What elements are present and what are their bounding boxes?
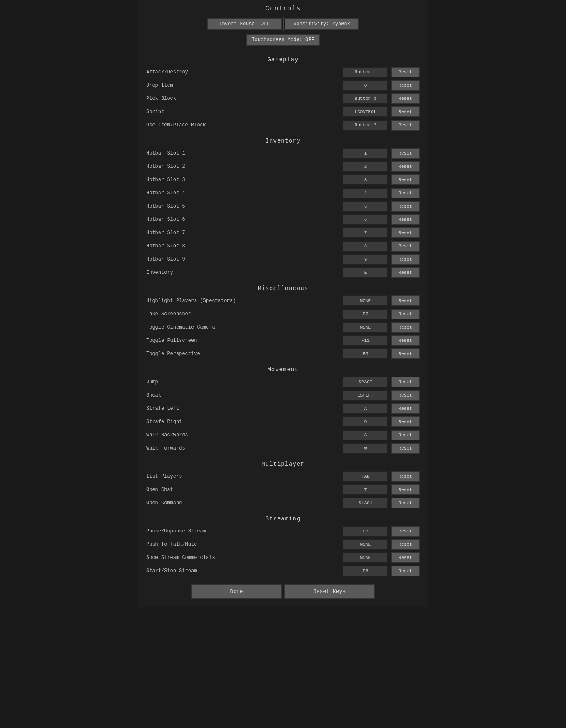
key-binding-button[interactable]: LSHIFT bbox=[343, 390, 388, 401]
reset-binding-button[interactable]: Reset bbox=[391, 416, 420, 427]
reset-binding-button[interactable]: Reset bbox=[391, 120, 420, 131]
key-binding-button[interactable]: A bbox=[343, 403, 388, 414]
bottom-bar: Done Reset Keys bbox=[138, 581, 428, 599]
reset-binding-button[interactable]: Reset bbox=[391, 526, 420, 537]
reset-binding-button[interactable]: Reset bbox=[391, 80, 420, 91]
key-binding-button[interactable]: 3 bbox=[343, 174, 388, 185]
section-header-streaming: Streaming bbox=[146, 510, 420, 525]
reset-binding-button[interactable]: Reset bbox=[391, 471, 420, 482]
binding-label: List Players bbox=[146, 474, 340, 479]
binding-label: Sneak bbox=[146, 392, 340, 398]
binding-label: Show Stream Commercials bbox=[146, 555, 340, 561]
key-binding-button[interactable]: SLASH bbox=[343, 498, 388, 508]
key-binding-button[interactable]: 1 bbox=[343, 148, 388, 159]
key-binding-button[interactable]: F6 bbox=[343, 566, 388, 576]
reset-binding-button[interactable]: Reset bbox=[391, 552, 420, 563]
binding-label: Strafe Right bbox=[146, 419, 340, 425]
reset-binding-button[interactable]: Reset bbox=[391, 93, 420, 104]
key-binding-button[interactable]: Button 1 bbox=[343, 67, 388, 77]
done-button[interactable]: Done bbox=[191, 584, 282, 599]
touchscreen-button[interactable]: Touchscreen Mode: OFF bbox=[246, 34, 320, 46]
key-binding-button[interactable]: TAB bbox=[343, 471, 388, 482]
reset-binding-button[interactable]: Reset bbox=[391, 539, 420, 550]
binding-row: Pause/Unpause StreamF7Reset bbox=[146, 525, 420, 538]
binding-label: Use Item/Place Block bbox=[146, 122, 340, 128]
key-binding-button[interactable]: NONE bbox=[343, 539, 388, 550]
key-binding-button[interactable]: NONE bbox=[343, 322, 388, 333]
binding-label: Hotbar Slot 9 bbox=[146, 256, 340, 262]
reset-binding-button[interactable]: Reset bbox=[391, 443, 420, 454]
key-binding-button[interactable]: 4 bbox=[343, 188, 388, 198]
key-binding-button[interactable]: W bbox=[343, 443, 388, 454]
key-binding-button[interactable]: 2 bbox=[343, 161, 388, 172]
reset-binding-button[interactable]: Reset bbox=[391, 430, 420, 440]
binding-label: Hotbar Slot 1 bbox=[146, 150, 340, 156]
binding-row: Hotbar Slot 55Reset bbox=[146, 200, 420, 213]
binding-label: Walk Forwards bbox=[146, 445, 340, 451]
reset-binding-button[interactable]: Reset bbox=[391, 295, 420, 306]
section-header-movement: Movement bbox=[146, 360, 420, 375]
key-binding-button[interactable]: Button 3 bbox=[343, 93, 388, 104]
key-binding-button[interactable]: F11 bbox=[343, 335, 388, 346]
key-binding-button[interactable]: F7 bbox=[343, 526, 388, 537]
key-binding-button[interactable]: F2 bbox=[343, 309, 388, 319]
key-binding-button[interactable]: 5 bbox=[343, 201, 388, 212]
reset-binding-button[interactable]: Reset bbox=[391, 484, 420, 495]
binding-label: Attack/Destroy bbox=[146, 69, 340, 75]
separator bbox=[283, 17, 284, 31]
key-binding-button[interactable]: 9 bbox=[343, 254, 388, 265]
key-binding-button[interactable]: 6 bbox=[343, 214, 388, 225]
controls-panel: Controls Invert Mouse: OFF Sensitivity: … bbox=[138, 0, 428, 607]
binding-row: Attack/DestroyButton 1Reset bbox=[146, 65, 420, 79]
key-binding-button[interactable]: F5 bbox=[343, 348, 388, 359]
binding-label: Hotbar Slot 3 bbox=[146, 177, 340, 183]
reset-binding-button[interactable]: Reset bbox=[391, 227, 420, 238]
binding-row: Hotbar Slot 99Reset bbox=[146, 253, 420, 266]
reset-binding-button[interactable]: Reset bbox=[391, 377, 420, 387]
reset-binding-button[interactable]: Reset bbox=[391, 161, 420, 172]
reset-binding-button[interactable]: Reset bbox=[391, 148, 420, 159]
key-binding-button[interactable]: Button 2 bbox=[343, 120, 388, 131]
binding-row: Hotbar Slot 33Reset bbox=[146, 173, 420, 186]
key-binding-button[interactable]: D bbox=[343, 416, 388, 427]
binding-label: Strafe Left bbox=[146, 406, 340, 411]
key-binding-button[interactable]: 8 bbox=[343, 241, 388, 252]
reset-binding-button[interactable]: Reset bbox=[391, 335, 420, 346]
invert-mouse-button[interactable]: Invert Mouse: OFF bbox=[207, 18, 282, 30]
binding-row: SneakLSHIFTReset bbox=[146, 389, 420, 402]
binding-row: Highlight Players (Spectators)NONEReset bbox=[146, 294, 420, 307]
key-binding-button[interactable]: NONE bbox=[343, 552, 388, 563]
reset-binding-button[interactable]: Reset bbox=[391, 214, 420, 225]
reset-keys-button[interactable]: Reset Keys bbox=[284, 584, 375, 599]
sensitivity-button[interactable]: Sensitivity: ×yawn× bbox=[285, 18, 359, 30]
binding-row: Show Stream CommercialsNONEReset bbox=[146, 551, 420, 564]
reset-binding-button[interactable]: Reset bbox=[391, 403, 420, 414]
key-binding-button[interactable]: SPACE bbox=[343, 377, 388, 387]
reset-binding-button[interactable]: Reset bbox=[391, 67, 420, 77]
reset-binding-button[interactable]: Reset bbox=[391, 174, 420, 185]
reset-binding-button[interactable]: Reset bbox=[391, 254, 420, 265]
reset-binding-button[interactable]: Reset bbox=[391, 348, 420, 359]
reset-binding-button[interactable]: Reset bbox=[391, 241, 420, 252]
key-binding-button[interactable]: 7 bbox=[343, 227, 388, 238]
binding-label: Hotbar Slot 6 bbox=[146, 217, 340, 223]
key-binding-button[interactable]: S bbox=[343, 430, 388, 440]
key-binding-button[interactable]: NONE bbox=[343, 295, 388, 306]
reset-binding-button[interactable]: Reset bbox=[391, 498, 420, 508]
reset-binding-button[interactable]: Reset bbox=[391, 390, 420, 401]
reset-binding-button[interactable]: Reset bbox=[391, 106, 420, 117]
key-binding-button[interactable]: E bbox=[343, 267, 388, 278]
reset-binding-button[interactable]: Reset bbox=[391, 201, 420, 212]
reset-binding-button[interactable]: Reset bbox=[391, 566, 420, 576]
reset-binding-button[interactable]: Reset bbox=[391, 309, 420, 319]
reset-binding-button[interactable]: Reset bbox=[391, 188, 420, 198]
key-binding-button[interactable]: Q bbox=[343, 80, 388, 91]
binding-label: Hotbar Slot 4 bbox=[146, 190, 340, 196]
top-controls-row: Invert Mouse: OFF Sensitivity: ×yawn× bbox=[138, 16, 428, 32]
bindings-scroll-area[interactable]: GameplayAttack/DestroyButton 1ResetDrop … bbox=[138, 51, 428, 578]
binding-label: Take Screenshot bbox=[146, 311, 340, 317]
reset-binding-button[interactable]: Reset bbox=[391, 322, 420, 333]
key-binding-button[interactable]: LCONTROL bbox=[343, 106, 388, 117]
key-binding-button[interactable]: T bbox=[343, 484, 388, 495]
reset-binding-button[interactable]: Reset bbox=[391, 267, 420, 278]
